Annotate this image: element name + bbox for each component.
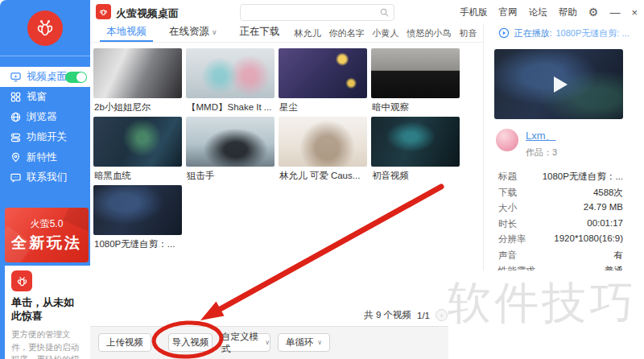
video-title: 2b小姐姐尼尔 — [93, 98, 182, 114]
titlebar-right: 手机版 官网 论坛 帮助 ⚙ — × — [460, 0, 638, 24]
video-thumbnail[interactable] — [93, 185, 182, 235]
search-box[interactable] — [240, 4, 394, 21]
watermark-text: 软件技巧 — [448, 274, 644, 333]
video-card[interactable]: 【MMD】Shake It ... — [186, 48, 275, 114]
search-icon[interactable] — [380, 8, 389, 17]
hot-keyword[interactable]: 愤怒的小鸟 — [407, 27, 452, 39]
promo-card-title: 单击，从未如此惊喜 — [11, 296, 83, 324]
detail-label: 分辨率 — [498, 233, 526, 246]
search-input[interactable] — [241, 8, 380, 18]
tab-downloading[interactable]: 正在下载 — [233, 25, 287, 42]
chat-bubble-icon — [10, 172, 21, 183]
video-title: 【MMD】Shake It ... — [186, 98, 275, 114]
video-thumbnail[interactable] — [93, 117, 182, 167]
custom-mode-dropdown[interactable]: 自定义模式∨ — [221, 333, 270, 352]
detail-value: 有 — [614, 250, 624, 262]
now-playing-title[interactable]: 1080P无缝自剪: ... — [555, 27, 629, 39]
sidebar-item-video-desktop[interactable]: 视频桌面 — [0, 67, 90, 87]
minimize-icon[interactable]: — — [609, 7, 620, 18]
sidebar-item-contact-us[interactable]: 联系我们 — [0, 167, 90, 188]
detail-value: 1920*1080(16:9) — [554, 233, 623, 246]
browser-globe-icon — [10, 112, 21, 122]
promo-banner[interactable]: 火萤5.0 全新玩法 — [5, 208, 89, 262]
sidebar-item-feature-switch[interactable]: 功能开关 — [0, 127, 90, 147]
link-mobile-version[interactable]: 手机版 — [460, 6, 488, 19]
sidebar-item-windows[interactable]: 视窗 — [0, 87, 90, 107]
detail-row: 分辨率1920*1080(16:9) — [498, 233, 623, 246]
author-works-count: 作品：3 — [526, 146, 557, 159]
video-card[interactable]: 狙击手 — [186, 117, 275, 183]
video-thumbnail[interactable] — [371, 48, 460, 98]
video-title: 星尘 — [279, 98, 367, 114]
video-thumbnail[interactable] — [279, 48, 367, 98]
video-card[interactable]: 暗黑血统 — [93, 117, 182, 183]
detail-label: 大小 — [498, 202, 517, 214]
video-card[interactable]: 星尘 — [279, 48, 367, 114]
promo-line2: 全新玩法 — [5, 233, 89, 254]
tab-local-videos[interactable]: 本地视频 — [100, 25, 153, 42]
link-forum[interactable]: 论坛 — [529, 6, 547, 19]
prev-page-button[interactable]: ‹ — [436, 309, 448, 321]
detail-label: 声音 — [498, 250, 517, 262]
windows-icon — [10, 92, 21, 102]
promo-line1: 火萤5.0 — [5, 217, 89, 231]
loop-mode-dropdown[interactable]: 单循环∨ — [278, 333, 330, 352]
desktop-toggle-switch[interactable] — [65, 72, 87, 83]
video-details-list: 标题1080P无缝自剪：... 下载4588次 大小24.79 MB 时长00:… — [498, 171, 623, 281]
title-bar: 火萤视频桌面 手机版 官网 论坛 帮助 ⚙ — × — [90, 0, 644, 24]
tab-online-resources[interactable]: 在线资源∨ — [163, 25, 224, 42]
sidebar-item-label: 新特性 — [27, 151, 57, 164]
detail-row: 时长00:01:17 — [498, 218, 623, 230]
author-name-link[interactable]: Lxm、 — [526, 129, 557, 143]
video-thumbnail[interactable] — [186, 48, 275, 98]
chevron-down-icon: ∨ — [265, 339, 270, 346]
video-player-preview[interactable] — [494, 49, 623, 119]
sidebar-menu: 视频桌面 视窗 浏览器 功能开关 — [0, 67, 90, 188]
author-avatar[interactable] — [496, 129, 518, 151]
video-desktop-icon — [10, 72, 21, 82]
sidebar-item-label: 功能开关 — [27, 130, 67, 144]
play-icon[interactable] — [554, 76, 568, 93]
detail-label: 标题 — [498, 171, 517, 183]
sidebar-item-new-features[interactable]: 新特性 — [0, 147, 90, 167]
video-card[interactable]: 暗中观察 — [371, 48, 460, 114]
firefly-logo-icon — [27, 10, 63, 46]
video-title: 暗中观察 — [371, 98, 460, 114]
hot-keyword[interactable]: 小黄人 — [373, 27, 399, 39]
now-playing-label: 正在播放: — [514, 27, 551, 39]
settings-gear-icon[interactable]: ⚙ — [588, 6, 599, 18]
sidebar-item-browser[interactable]: 浏览器 — [0, 107, 90, 127]
video-thumbnail[interactable] — [186, 117, 275, 167]
import-video-button[interactable]: 导入视频 — [168, 333, 213, 352]
hot-keyword[interactable]: 初音 — [460, 27, 477, 39]
detail-row: 标题1080P无缝自剪：... — [498, 171, 623, 183]
close-icon[interactable]: × — [631, 7, 638, 18]
upload-video-button[interactable]: 上传视频 — [98, 333, 151, 352]
hot-keyword[interactable]: 林允儿 — [295, 27, 321, 39]
video-grid: 2b小姐姐尼尔 【MMD】Shake It ... 星尘 暗中观察 暗黑血统 狙… — [93, 48, 465, 254]
chevron-down-icon: ∨ — [317, 339, 322, 346]
video-title: 狙击手 — [186, 167, 275, 183]
promo-card: 单击，从未如此惊喜 更方便的管理文件，更快捷的启动程序，更轻松的切换窗口 — [5, 266, 90, 359]
video-card[interactable]: 1080P无缝自剪：... — [93, 185, 182, 251]
video-card[interactable]: 初音视频 — [371, 117, 460, 183]
detail-label: 下载 — [498, 187, 517, 199]
video-thumbnail[interactable] — [93, 48, 182, 98]
video-thumbnail[interactable] — [371, 117, 460, 167]
link-official-site[interactable]: 官网 — [499, 6, 518, 19]
promo-card-desc: 更方便的管理文件，更快捷的启动程序，更轻松的切换窗口 — [11, 328, 83, 359]
hot-keyword[interactable]: 你的名字 — [329, 27, 365, 39]
video-thumbnail[interactable] — [279, 117, 367, 167]
video-card[interactable]: 2b小姐姐尼尔 — [93, 48, 182, 114]
sidebar-item-label: 浏览器 — [27, 110, 57, 124]
firefly-logo-small-icon — [11, 270, 32, 291]
app-window: 视频桌面 视窗 浏览器 功能开关 — [0, 0, 644, 359]
detail-value: 1080P无缝自剪：... — [543, 171, 623, 183]
video-title: 林允儿 可爱 Caus... — [279, 167, 367, 183]
app-logo-icon — [96, 4, 111, 19]
link-help[interactable]: 帮助 — [559, 6, 577, 19]
chevron-down-icon: ∨ — [212, 28, 217, 36]
now-playing-bar: 正在播放: 1080P无缝自剪: ... — [483, 24, 644, 43]
video-card[interactable]: 林允儿 可爱 Caus... — [279, 117, 367, 183]
detail-row: 下载4588次 — [498, 187, 623, 199]
